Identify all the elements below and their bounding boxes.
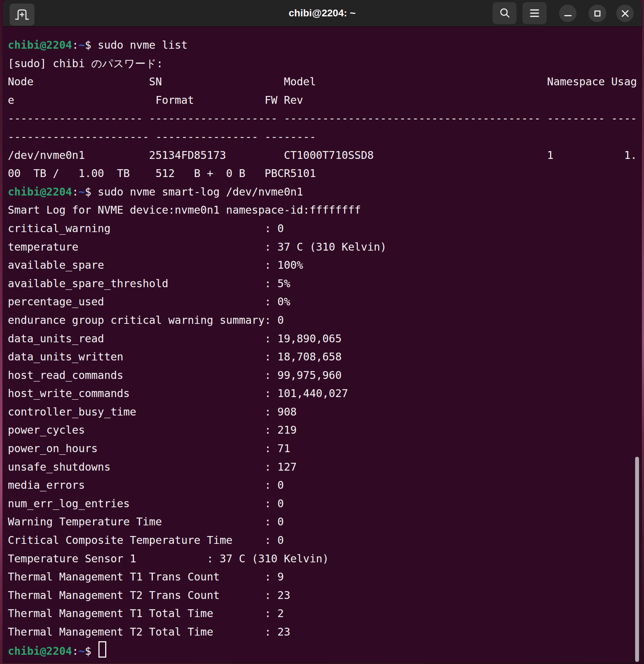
terminal-text-segment: host_write_commands : 101,440,027 (8, 387, 348, 400)
terminal-text-segment: ---------------------- ---------------- … (8, 130, 316, 143)
terminal-text-segment: power_on_hours : 71 (8, 442, 290, 455)
new-tab-icon (15, 9, 29, 21)
smart-log-data-units-written: data_units_written : 18,708,658 (8, 348, 642, 366)
smart-log-critical-warning: critical_warning : 0 (8, 219, 642, 238)
smart-log-media-errors: media_errors : 0 (8, 476, 642, 494)
terminal-text-segment: critical_warning : 0 (8, 222, 284, 235)
terminal-text-segment: $ sudo nvme list (85, 39, 188, 51)
smart-log-endurance-group: endurance group critical warning summary… (8, 311, 642, 330)
maximize-icon (592, 8, 603, 19)
terminal-text-segment: percentage_used : 0% (8, 295, 290, 308)
minimize-button[interactable] (559, 5, 576, 22)
terminal-output[interactable]: chibi@2204:~$ sudo nvme list[sudo] chibi… (3, 27, 642, 663)
terminal-text-segment: --------------------- ------------------… (8, 112, 637, 124)
terminal-text-segment: ~ (79, 645, 85, 657)
terminal-text-segment: Critical Composite Temperature Time : 0 (8, 534, 284, 546)
nvme-list-device-row-2: 00 TB / 1.00 TB 512 B + 0 B PBCR5101 (8, 164, 642, 183)
prompt-line: chibi@2204:~$ sudo nvme smart-log /dev/n… (8, 183, 642, 201)
terminal-text-segment: $ sudo nvme smart-log /dev/nvme0n1 (85, 186, 303, 198)
terminal-text-segment: data_units_written : 18,708,658 (8, 350, 342, 363)
terminal-text-segment: data_units_read : 19,890,065 (8, 332, 342, 345)
terminal-text-segment: : (72, 186, 79, 198)
terminal-text-segment: temperature : 37 C (310 Kelvin) (8, 241, 387, 253)
nvme-list-header-2: e Format FW Rev (8, 91, 642, 109)
terminal-text-segment: Temperature Sensor 1 : 37 C (310 Kelvin) (8, 552, 329, 565)
nvme-list-header-1: Node SN Model Namespace Usag (8, 73, 642, 91)
smart-log-power-on-hours: power_on_hours : 71 (8, 439, 642, 458)
smart-log-thermal-t2-trans: Thermal Management T2 Trans Count : 23 (8, 586, 642, 605)
terminal-text-segment: Smart Log for NVME device:nvme0n1 namesp… (8, 204, 361, 216)
smart-log-thermal-t1-total: Thermal Management T1 Total Time : 2 (8, 604, 642, 623)
smart-log-data-units-read: data_units_read : 19,890,065 (8, 330, 642, 348)
terminal-cursor (98, 641, 106, 658)
terminal-text-segment: available_spare : 100% (8, 259, 303, 271)
terminal-text-segment: chibi@2204 (8, 39, 72, 51)
smart-log-header: Smart Log for NVME device:nvme0n1 namesp… (8, 201, 642, 219)
terminal-text-segment: power_cycles : 219 (8, 424, 297, 436)
titlebar: chibi@2204: ~ (3, 0, 642, 27)
terminal-text-segment: chibi@2204 (8, 645, 72, 657)
terminal-text-segment: num_err_log_entries : 0 (8, 497, 284, 510)
close-button[interactable] (616, 5, 634, 22)
maximize-button[interactable] (589, 5, 606, 22)
smart-log-thermal-t1-trans: Thermal Management T1 Trans Count : 9 (8, 568, 642, 586)
terminal-text-segment: available_spare_threshold : 5% (8, 277, 290, 290)
terminal-text-segment: : (72, 39, 79, 51)
smart-log-critical-composite-temp-time: Critical Composite Temperature Time : 0 (8, 531, 642, 550)
terminal-text-segment: e Format FW Rev (8, 94, 303, 106)
smart-log-available-spare-threshold: available_spare_threshold : 5% (8, 274, 642, 293)
menu-button[interactable] (522, 2, 547, 24)
smart-log-thermal-t2-total: Thermal Management T2 Total Time : 23 (8, 623, 642, 641)
smart-log-host-write-commands: host_write_commands : 101,440,027 (8, 384, 642, 403)
terminal-text-segment: /dev/nvme0n1 25134FD85173 CT1000T710SSD8… (8, 149, 637, 161)
smart-log-warning-temp-time: Warning Temperature Time : 0 (8, 513, 642, 531)
smart-log-percentage-used: percentage_used : 0% (8, 293, 642, 311)
terminal-text-segment: ~ (79, 186, 85, 198)
terminal-text-segment: host_read_commands : 99,975,960 (8, 369, 342, 381)
terminal-text-segment: Node SN Model Namespace Usag (8, 75, 637, 88)
terminal-text-segment: ~ (79, 39, 85, 51)
terminal-text-segment: : (72, 645, 79, 657)
terminal-text-segment: Warning Temperature Time : 0 (8, 515, 284, 528)
menu-icon (528, 7, 541, 20)
terminal-window: chibi@2204: ~ (3, 0, 642, 663)
terminal-text-segment: unsafe_shutdowns : 127 (8, 461, 297, 473)
minimize-icon (563, 8, 573, 19)
terminal-text-segment: controller_busy_time : 908 (8, 406, 297, 418)
nvme-list-separator-2: ---------------------- ---------------- … (8, 128, 642, 146)
close-icon (620, 8, 630, 19)
smart-log-host-read-commands: host_read_commands : 99,975,960 (8, 366, 642, 385)
smart-log-controller-busy-time: controller_busy_time : 908 (8, 403, 642, 421)
terminal-text-segment: Thermal Management T1 Total Time : 2 (8, 607, 284, 620)
terminal-text-segment: Thermal Management T2 Trans Count : 23 (8, 589, 290, 601)
terminal-text-segment: media_errors : 0 (8, 479, 284, 491)
smart-log-temperature: temperature : 37 C (310 Kelvin) (8, 238, 642, 256)
prompt-line: chibi@2204:~$ (8, 641, 642, 660)
sudo-password-prompt: [sudo] chibi のパスワード: (8, 54, 642, 73)
terminal-text-segment: endurance group critical warning summary… (8, 314, 284, 326)
search-button[interactable] (493, 2, 516, 24)
terminal-text-segment: $ (85, 645, 98, 657)
terminal-text-segment: 00 TB / 1.00 TB 512 B + 0 B PBCR5101 (8, 167, 316, 180)
search-icon (498, 7, 511, 20)
scrollbar-thumb[interactable] (635, 457, 639, 662)
nvme-list-device-row-1: /dev/nvme0n1 25134FD85173 CT1000T710SSD8… (8, 146, 642, 165)
terminal-text-segment: Thermal Management T2 Total Time : 23 (8, 626, 290, 638)
prompt-line: chibi@2204:~$ sudo nvme list (8, 36, 642, 54)
new-tab-button[interactable] (10, 4, 34, 26)
smart-log-available-spare: available_spare : 100% (8, 256, 642, 274)
smart-log-temp-sensor-1: Temperature Sensor 1 : 37 C (310 Kelvin) (8, 550, 642, 568)
terminal-text-segment: Thermal Management T1 Trans Count : 9 (8, 571, 284, 583)
nvme-list-separator-1: --------------------- ------------------… (8, 109, 642, 128)
smart-log-power-cycles: power_cycles : 219 (8, 421, 642, 439)
terminal-text-segment: [sudo] chibi のパスワード: (8, 57, 163, 70)
desktop: { "window": { "title": "chibi@2204: ~" }… (0, 0, 644, 664)
terminal-text-segment: chibi@2204 (8, 186, 72, 198)
smart-log-num-err-log-entries: num_err_log_entries : 0 (8, 494, 642, 513)
smart-log-unsafe-shutdowns: unsafe_shutdowns : 127 (8, 458, 642, 476)
